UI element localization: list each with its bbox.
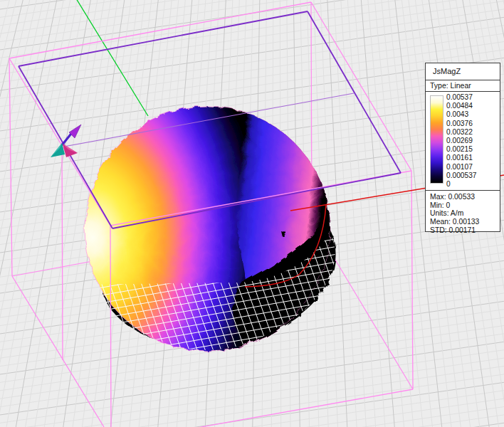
colorbar-tick-label: 0.0043: [446, 110, 477, 119]
colorbar-tick-label: 0: [446, 180, 477, 189]
legend-stat-line: STD: 0.00171: [430, 226, 500, 235]
plot-legend[interactable]: JsMagZ Type: Linear 0.005370.004840.0043…: [425, 63, 500, 232]
colorbar-tick-label: 0.00161: [446, 154, 477, 162]
legend-stats: Max: 0.00533Min: 0Units: A/mMean: 0.0013…: [426, 190, 500, 237]
legend-stat-line: Max: 0.00533: [430, 193, 500, 201]
legend-scale: 0.005370.004840.00430.003760.003220.0026…: [426, 92, 500, 190]
colorbar-labels: 0.005370.004840.00430.003760.003220.0026…: [446, 93, 477, 189]
colorbar-tick-label: 0.00269: [446, 137, 477, 145]
k-vector-head-icon: [69, 125, 81, 138]
colorbar-tick-label: 0.00107: [446, 163, 477, 172]
legend-scale-type: Type: Linear: [426, 80, 500, 92]
colorbar-tick-label: 0.00484: [446, 102, 477, 110]
colorbar: [430, 95, 443, 184]
colorbar-tick-label: 0.000537: [446, 172, 477, 180]
sphere-object[interactable]: [84, 93, 348, 363]
colorbar-tick-label: 0.00537: [446, 93, 477, 102]
colorbar-tick-label: 0.00376: [446, 120, 477, 128]
colorbar-tick-label: 0.00215: [446, 145, 477, 154]
colorbar-tick-label: 0.00322: [446, 128, 477, 137]
legend-stat-line: Units: A/m: [430, 209, 500, 218]
viewport[interactable]: JsMagZ Type: Linear 0.005370.004840.0043…: [0, 0, 504, 427]
legend-title: JsMagZ: [426, 63, 500, 80]
legend-stat-line: Mean: 0.00133: [430, 218, 500, 226]
legend-stat-line: Min: 0: [430, 201, 500, 210]
